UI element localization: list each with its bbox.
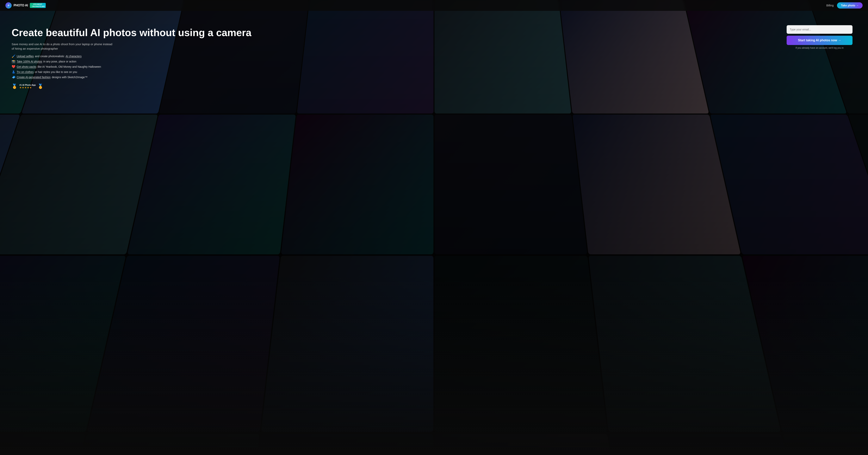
bg-tile xyxy=(588,256,781,432)
award-text-block: #1 AI Photo App ★★★★★ xyxy=(19,84,36,89)
bg-tile xyxy=(281,115,434,254)
ai-characters-link[interactable]: AI characters xyxy=(65,55,81,58)
hero-section: Create beautiful AI photos without using… xyxy=(0,0,868,455)
email-input[interactable] xyxy=(786,25,852,34)
bg-tile xyxy=(0,256,126,432)
bg-tile xyxy=(742,256,868,432)
try-on-clothes-link[interactable]: Try on clothes xyxy=(17,70,33,74)
bg-tile xyxy=(809,0,868,113)
bg-tile xyxy=(559,0,709,113)
bg-tile xyxy=(572,115,741,254)
nav-actions: Billing Take photo → xyxy=(826,2,863,8)
bg-tile xyxy=(0,115,158,254)
hero-title: Create beautiful AI photos without using… xyxy=(11,27,251,38)
bg-tile xyxy=(848,115,868,254)
feature-emoji-2: 📸 xyxy=(11,60,16,63)
laurel-left: 🏅 xyxy=(11,84,18,89)
feature-item-1: 🖌️ Upload selfies and create photorealis… xyxy=(11,54,251,58)
cta-login-note: If you already have an account, we'll lo… xyxy=(786,47,852,49)
feature-emoji-4: 👗 xyxy=(11,70,16,74)
ai-photos-link[interactable]: Take 100% AI photos xyxy=(17,60,42,63)
bg-tile xyxy=(0,115,20,254)
bg-tile xyxy=(684,0,847,113)
logo-icon: P xyxy=(5,2,11,8)
feature-item-4: 👗 Try on clothes or hair styles you like… xyxy=(11,70,251,74)
bg-tile xyxy=(235,434,433,455)
hero-features-list: 🖌️ Upload selfies and create photorealis… xyxy=(11,54,251,79)
billing-link[interactable]: Billing xyxy=(826,4,834,7)
bg-tile xyxy=(435,256,607,432)
bg-tile xyxy=(435,434,633,455)
photo-packs-link[interactable]: Get photo packs xyxy=(17,65,36,68)
logo-badge: 5TH MOST ↑ ON PHOTO.MO xyxy=(30,3,46,8)
navbar: P PHOTO AI 5TH MOST ↑ ON PHOTO.MO Billin… xyxy=(0,0,868,11)
bg-tile xyxy=(297,0,434,113)
bg-tile xyxy=(435,115,587,254)
bg-tile xyxy=(782,434,868,455)
bg-tile xyxy=(35,434,259,455)
award-badge: 🏅 #1 AI Photo App ★★★★★ 🏅 xyxy=(11,84,251,89)
bg-tile xyxy=(87,256,280,432)
laurel-right: 🏅 xyxy=(38,84,43,89)
bg-tile xyxy=(0,434,86,455)
feature-item-3: ❤️ Get photo packs like AI Yearbook, Old… xyxy=(11,65,251,68)
feature-emoji-1: 🖌️ xyxy=(11,54,16,58)
feature-item-2: 📸 Take 100% AI photos in any pose, place… xyxy=(11,60,251,63)
hero-cta-box: Start taking AI photos now → If you alre… xyxy=(786,25,852,49)
bg-tile xyxy=(127,115,296,254)
hero-text-area: Create beautiful AI photos without using… xyxy=(0,16,259,97)
upload-selfies-link[interactable]: Upload selfies xyxy=(17,55,34,58)
take-photo-button[interactable]: Take photo → xyxy=(837,2,863,8)
fashion-link[interactable]: Create AI-generated fashion xyxy=(17,76,51,79)
award-title: #1 AI Photo App xyxy=(19,84,36,86)
feature-item-5: 🧢 Create AI-generated fashion designs wi… xyxy=(11,75,251,79)
nav-logo-area: P PHOTO AI 5TH MOST ↑ ON PHOTO.MO xyxy=(5,2,46,8)
award-stars: ★★★★★ xyxy=(19,86,36,89)
logo-text: PHOTO AI xyxy=(13,4,28,7)
bg-tile xyxy=(609,434,833,455)
bg-tile xyxy=(261,256,433,432)
feature-emoji-5: 🧢 xyxy=(11,75,16,79)
hero-subtitle: Save money and use AI to do a photo shoo… xyxy=(11,42,113,51)
bg-tile xyxy=(710,115,868,254)
start-photos-button[interactable]: Start taking AI photos now → xyxy=(786,36,852,45)
bg-tile xyxy=(434,0,571,113)
feature-emoji-3: ❤️ xyxy=(11,65,16,68)
